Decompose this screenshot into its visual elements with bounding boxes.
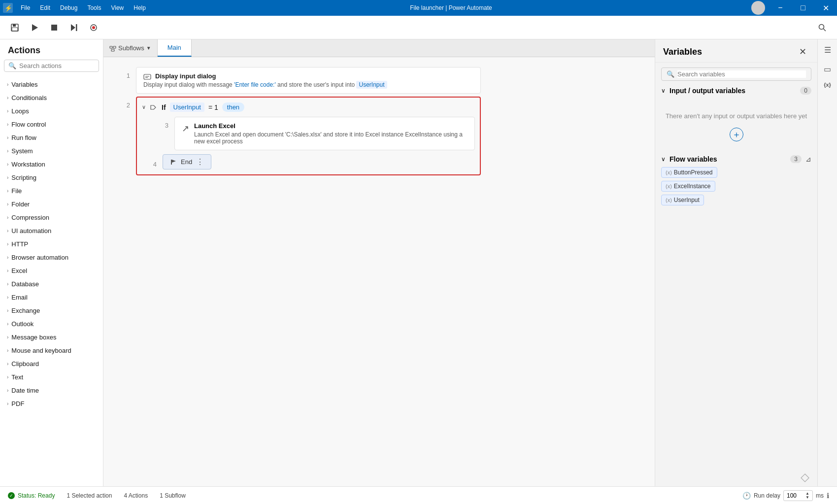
action-group-label: Compression	[11, 214, 49, 221]
user-avatar[interactable]	[751, 1, 765, 15]
svg-rect-6	[51, 25, 57, 31]
action-group-label: HTTP	[11, 240, 28, 248]
actions-search-input[interactable]	[19, 62, 95, 69]
variables-search-icon: 🔍	[667, 70, 674, 78]
variable-chip-userinput[interactable]: (x) UserInput	[661, 195, 704, 205]
add-variable-button[interactable]: ＋	[730, 128, 743, 141]
window-controls: − □ ✕	[769, 0, 837, 16]
chevron-icon: ›	[7, 295, 8, 300]
close-button[interactable]: ✕	[814, 0, 837, 16]
variables-search-box[interactable]: 🔍	[661, 67, 811, 81]
action-group-label: Outlook	[11, 320, 33, 328]
variables-body: 🔍 ∨ Input / output variables 0 There are…	[655, 63, 817, 470]
image-icon[interactable]: ▭	[822, 63, 833, 76]
run-delay-value-input[interactable]	[787, 492, 804, 499]
action-group-workstation[interactable]: › Workstation	[0, 158, 103, 171]
input-output-empty-text: There aren't any input or output variabl…	[661, 104, 811, 124]
variables-title: Variables	[663, 47, 796, 57]
action-group-mouse-keyboard[interactable]: › Mouse and keyboard	[0, 344, 103, 357]
action-group-clipboard[interactable]: › Clipboard	[0, 357, 103, 370]
launch-excel-card[interactable]: ↗ Launch Excel Launch Excel and open doc…	[174, 117, 475, 150]
search-button[interactable]	[813, 19, 831, 36]
action-group-message-boxes[interactable]: › Message boxes	[0, 331, 103, 344]
chevron-icon: ›	[7, 135, 8, 140]
action-group-excel[interactable]: › Excel	[0, 264, 103, 277]
variables-close-button[interactable]: ✕	[796, 45, 809, 58]
action-group-datetime[interactable]: › Date time	[0, 384, 103, 397]
step-card-1[interactable]: Display input dialog Display input dialo…	[136, 67, 481, 94]
flow-variables-count: 3	[790, 155, 802, 163]
menu-view[interactable]: View	[106, 0, 129, 16]
end-more-icon[interactable]: ⋮	[196, 157, 204, 167]
if-variable-badge[interactable]: UserInput	[170, 102, 204, 112]
maximize-button[interactable]: □	[792, 0, 814, 16]
action-group-system[interactable]: › System	[0, 144, 103, 158]
action-group-database[interactable]: › Database	[0, 277, 103, 291]
end-button[interactable]: End ⋮	[163, 154, 211, 169]
input-output-header[interactable]: ∨ Input / output variables 0	[661, 87, 811, 95]
action-group-variables[interactable]: › Variables	[0, 78, 103, 91]
run-button[interactable]	[26, 19, 43, 36]
action-group-email[interactable]: › Email	[0, 291, 103, 304]
canvas-content[interactable]: 1 Display input dialog Display input dia…	[103, 57, 655, 486]
launch-excel-title: Launch Excel	[194, 122, 468, 130]
step-number-4: 4	[145, 156, 157, 168]
action-group-label: Exchange	[11, 307, 40, 314]
action-group-label: PDF	[11, 400, 24, 407]
chevron-icon: ›	[7, 255, 8, 260]
step-1-title: Display input dialog	[155, 72, 216, 80]
tab-main[interactable]: Main	[158, 39, 192, 57]
launch-excel-icon: ↗	[182, 122, 189, 134]
action-group-file[interactable]: › File	[0, 184, 103, 198]
flow-variables-header[interactable]: ∨ Flow variables 3 ⊿	[661, 155, 811, 163]
menu-help[interactable]: Help	[129, 0, 151, 16]
action-group-outlook[interactable]: › Outlook	[0, 317, 103, 331]
flow-variables-chevron-icon: ∨	[661, 156, 666, 163]
variable-chip-excelinstance[interactable]: (x) ExcelInstance	[661, 181, 715, 192]
app-body: Actions 🔍 › Variables › Conditionals › L…	[0, 16, 837, 504]
run-delay-info-icon[interactable]: ℹ	[827, 492, 829, 500]
action-group-scripting[interactable]: › Scripting	[0, 171, 103, 184]
run-delay-decrement-button[interactable]: ▼	[805, 496, 809, 500]
action-group-browser-automation[interactable]: › Browser automation	[0, 251, 103, 264]
record-button[interactable]	[85, 19, 102, 36]
variables-search-input[interactable]	[677, 70, 806, 78]
save-button[interactable]	[6, 19, 24, 36]
action-group-run-flow[interactable]: › Run flow	[0, 131, 103, 144]
action-group-pdf[interactable]: › PDF	[0, 397, 103, 410]
action-group-label: Clipboard	[11, 360, 39, 368]
menu-debug[interactable]: Debug	[55, 0, 82, 16]
chevron-icon: ›	[7, 388, 8, 393]
step-button[interactable]	[65, 19, 83, 36]
action-group-ui-automation[interactable]: › UI automation	[0, 224, 103, 237]
canvas-indicator	[655, 470, 817, 486]
flow-variables-list: (x) ButtonPressed (x) ExcelInstance (x) …	[661, 167, 811, 208]
menu-tools[interactable]: Tools	[82, 0, 106, 16]
actions-search-box[interactable]: 🔍	[4, 60, 99, 72]
filter-icon[interactable]: ⊿	[805, 155, 811, 163]
layers-icon[interactable]: ☰	[822, 43, 833, 57]
action-group-compression[interactable]: › Compression	[0, 211, 103, 224]
subflows-count: 1 Subflow	[160, 492, 186, 499]
chevron-icon: ›	[7, 122, 8, 127]
minimize-button[interactable]: −	[769, 0, 792, 16]
menu-file[interactable]: File	[16, 0, 35, 16]
actions-list: › Variables › Conditionals › Loops › Flo…	[0, 76, 103, 486]
subflows-chevron-icon: ▼	[146, 45, 151, 51]
flow-step-3: 3 ↗ Launch Excel Launch Excel and open d…	[157, 117, 475, 150]
action-group-conditionals[interactable]: › Conditionals	[0, 91, 103, 104]
action-group-exchange[interactable]: › Exchange	[0, 304, 103, 317]
if-collapse-button[interactable]: ∨	[142, 104, 146, 110]
stop-button[interactable]	[45, 19, 63, 36]
action-group-http[interactable]: › HTTP	[0, 237, 103, 251]
action-group-text[interactable]: › Text	[0, 370, 103, 384]
total-actions-count: 4 Actions	[124, 492, 148, 499]
flow-step-if: 2 ∨ If UserInput = 1 then	[118, 97, 640, 175]
svg-point-11	[819, 24, 824, 29]
action-group-loops[interactable]: › Loops	[0, 104, 103, 118]
subflows-button[interactable]: Subflows ▼	[103, 39, 158, 57]
variable-chip-buttonpressed[interactable]: (x) ButtonPressed	[661, 167, 717, 178]
menu-edit[interactable]: Edit	[35, 0, 55, 16]
action-group-flow-control[interactable]: › Flow control	[0, 118, 103, 131]
action-group-folder[interactable]: › Folder	[0, 198, 103, 211]
